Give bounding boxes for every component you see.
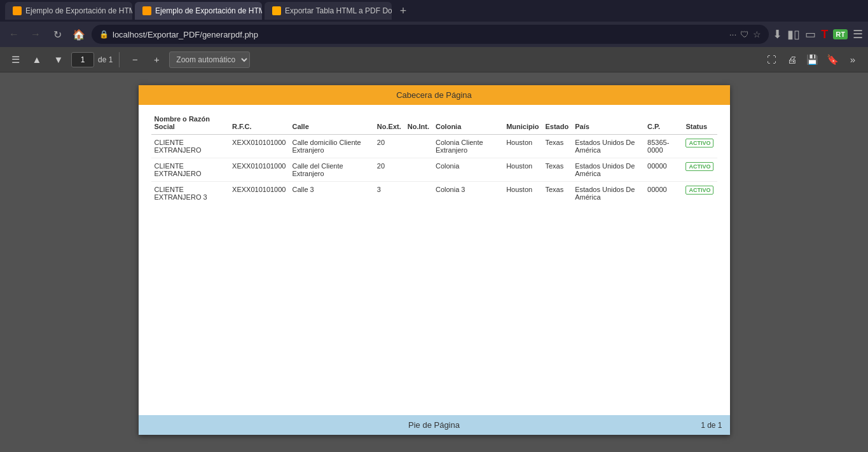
- pdf-page: Cabecera de Página Nombre o Razón Social…: [139, 85, 730, 435]
- status-badge: ACTIVO: [685, 186, 713, 195]
- tab-1[interactable]: Ejemplo de Exportación de HTM ✕: [5, 2, 132, 20]
- col-nombre: Nombre o Razón Social: [151, 111, 230, 135]
- status-cell: ACTIVO: [682, 158, 717, 182]
- col-estado: Estado: [542, 111, 572, 135]
- col-municipio: Municipio: [503, 111, 542, 135]
- status-cell: ACTIVO: [682, 135, 717, 158]
- col-no-int: No.Int.: [404, 111, 432, 135]
- back-button[interactable]: ←: [5, 25, 23, 43]
- nav-bar: ← → ↻ 🏠 🔒 localhost/Exportar_PDF/generar…: [0, 22, 868, 47]
- more-tools-button[interactable]: »: [844, 51, 862, 69]
- table-cell: 20: [374, 158, 404, 182]
- table-cell: Calle domicilio Cliente Extranjero: [289, 135, 373, 158]
- menu-icon[interactable]: ☰: [853, 27, 863, 41]
- col-calle: Calle: [289, 111, 373, 135]
- col-pais: País: [572, 111, 644, 135]
- pdf-body: Nombre o Razón Social R.F.C. Calle No.Ex…: [139, 105, 730, 415]
- pdf-footer-text: Pie de Página: [408, 420, 460, 430]
- next-page-button[interactable]: ▼: [50, 51, 67, 69]
- table-cell: [404, 182, 432, 205]
- t-icon[interactable]: T: [821, 28, 828, 41]
- table-cell: 00000: [644, 158, 682, 182]
- forward-button[interactable]: →: [27, 25, 45, 43]
- pdf-header-text: Cabecera de Página: [396, 90, 472, 100]
- page-of-label: de 1: [98, 55, 113, 64]
- table-cell: Estados Unidos De América: [572, 158, 644, 182]
- pdf-toolbar: ☰ ▲ ▼ de 1 − + Zoom automático ⛶ 🖨 💾 🔖 »: [0, 47, 868, 72]
- col-status: Status: [682, 111, 717, 135]
- table-cell: CLIENTE EXTRANJERO: [151, 135, 230, 158]
- download-icon[interactable]: ⬇: [773, 27, 782, 41]
- status-badge: ACTIVO: [685, 139, 713, 147]
- table-head: Nombre o Razón Social R.F.C. Calle No.Ex…: [151, 111, 717, 135]
- table-cell: Calle del Cliente Extranjero: [289, 158, 373, 182]
- page-number-input[interactable]: [71, 52, 94, 67]
- table-cell: Estados Unidos De América: [572, 182, 644, 205]
- nav-toolbar-icons: ⬇ ▮▯ ▭ T RT ☰: [773, 27, 863, 41]
- table-row: CLIENTE EXTRANJERO 3XEXX010101000Calle 3…: [151, 182, 717, 205]
- table-cell: 00000: [644, 182, 682, 205]
- bookmark-button[interactable]: 🔖: [823, 51, 841, 69]
- pdf-content-area: Cabecera de Página Nombre o Razón Social…: [0, 72, 868, 452]
- tab-1-label: Ejemplo de Exportación de HTM: [25, 6, 132, 15]
- table-cell: Colonia: [432, 158, 503, 182]
- table-body: CLIENTE EXTRANJEROXEXX010101000Calle dom…: [151, 135, 717, 205]
- save-button[interactable]: 💾: [803, 51, 821, 69]
- col-cp: C.P.: [644, 111, 682, 135]
- data-table: Nombre o Razón Social R.F.C. Calle No.Ex…: [151, 111, 717, 205]
- table-cell: [404, 135, 432, 158]
- zoom-in-button[interactable]: +: [148, 51, 165, 69]
- table-cell: [404, 158, 432, 182]
- table-cell: Estados Unidos De América: [572, 135, 644, 158]
- pdf-page-header: Cabecera de Página: [139, 85, 730, 105]
- address-bar[interactable]: 🔒 localhost/Exportar_PDF/generarpdf.php …: [92, 25, 769, 44]
- zoom-out-button[interactable]: −: [126, 51, 144, 69]
- table-row: CLIENTE EXTRANJEROXEXX010101000Calle dom…: [151, 135, 717, 158]
- new-tab-button[interactable]: +: [394, 2, 412, 20]
- rt-icon[interactable]: RT: [833, 29, 848, 39]
- zoom-select[interactable]: Zoom automático: [169, 51, 250, 68]
- sidebar-icon[interactable]: ▮▯: [787, 27, 800, 41]
- toggle-sidebar-button[interactable]: ☰: [6, 51, 24, 69]
- col-rfc: R.F.C.: [229, 111, 289, 135]
- lock-icon: 🔒: [99, 30, 109, 39]
- tab-3-label: Exportar Tabla HTML a PDF Do: [285, 6, 392, 15]
- address-more-icon[interactable]: ···: [729, 29, 737, 39]
- pdf-footer-page: 1 de 1: [701, 421, 722, 430]
- tab-2[interactable]: Ejemplo de Exportación de HTM ✕: [135, 2, 262, 20]
- col-no-ext: No.Ext.: [374, 111, 404, 135]
- table-cell: 20: [374, 135, 404, 158]
- table-cell: 85365-0000: [644, 135, 682, 158]
- table-row: CLIENTE EXTRANJEROXEXX010101000Calle del…: [151, 158, 717, 182]
- table-cell: Colonia Cliente Extranjero: [432, 135, 503, 158]
- prev-page-button[interactable]: ▲: [28, 51, 46, 69]
- zoom-control[interactable]: Zoom automático: [169, 51, 250, 68]
- print-button[interactable]: 🖨: [783, 51, 801, 69]
- star-icon[interactable]: ☆: [753, 29, 761, 39]
- status-cell: ACTIVO: [682, 182, 717, 205]
- table-cell: Calle 3: [289, 182, 373, 205]
- tab-2-label: Ejemplo de Exportación de HTM: [155, 6, 262, 15]
- url-text: localhost/Exportar_PDF/generarpdf.php: [113, 30, 726, 39]
- tab-3[interactable]: Exportar Tabla HTML a PDF Do ✕: [265, 2, 392, 20]
- table-cell: XEXX010101000: [229, 135, 289, 158]
- table-cell: Houston: [503, 182, 542, 205]
- table-cell: Colonia 3: [432, 182, 503, 205]
- table-cell: Texas: [542, 182, 572, 205]
- table-cell: CLIENTE EXTRANJERO: [151, 158, 230, 182]
- title-bar: Ejemplo de Exportación de HTM ✕ Ejemplo …: [0, 0, 868, 22]
- fullscreen-button[interactable]: ⛶: [762, 51, 780, 69]
- table-cell: 3: [374, 182, 404, 205]
- pdf-toolbar-right: ⛶ 🖨 💾 🔖 »: [762, 51, 862, 69]
- table-cell: Houston: [503, 158, 542, 182]
- tab-3-favicon: [272, 6, 281, 15]
- split-view-icon[interactable]: ▭: [805, 27, 816, 41]
- table-cell: XEXX010101000: [229, 182, 289, 205]
- table-cell: XEXX010101000: [229, 158, 289, 182]
- reload-button[interactable]: ↻: [48, 25, 66, 43]
- table-header-row: Nombre o Razón Social R.F.C. Calle No.Ex…: [151, 111, 717, 135]
- tab-2-favicon: [142, 6, 151, 15]
- table-cell: Houston: [503, 135, 542, 158]
- home-button[interactable]: 🏠: [70, 25, 88, 43]
- shield-icon: 🛡: [740, 29, 749, 39]
